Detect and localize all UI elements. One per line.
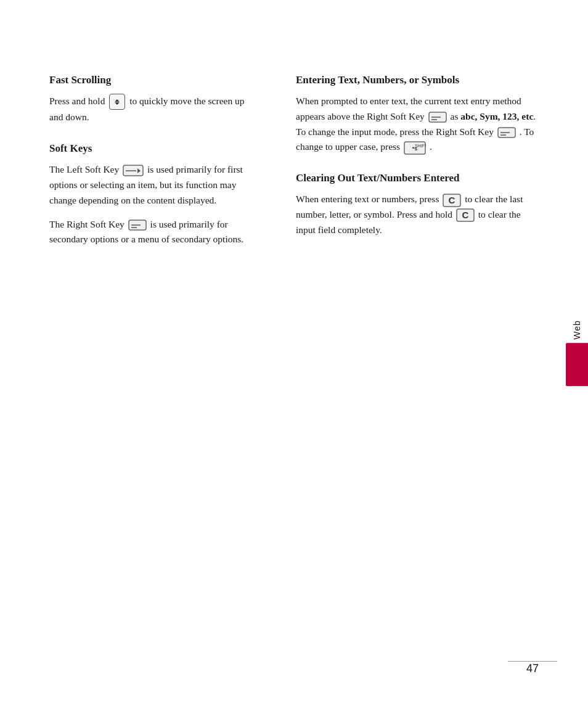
right-softkey-icon <box>128 220 147 231</box>
fast-scrolling-title: Fast Scrolling <box>49 74 259 86</box>
left-column: Fast Scrolling Press and hold to quickly… <box>49 74 259 265</box>
soft-keys-section: Soft Keys The Left Soft Key is used prim… <box>49 142 259 247</box>
side-tab-label: Web <box>572 320 582 340</box>
clearing-text-body: When entering text or numbers, press C t… <box>296 192 539 237</box>
svg-text:SHIFT: SHIFT <box>415 144 426 148</box>
fast-scrolling-body: Press and hold to quickly move the scree… <box>49 94 259 125</box>
left-softkey-icon <box>123 165 144 177</box>
entering-text-section: Entering Text, Numbers, or Symbols When … <box>296 74 539 155</box>
svg-text:C: C <box>462 210 469 220</box>
side-tab-bar <box>566 343 588 386</box>
entering-text-body: When prompted to enter text, the current… <box>296 94 539 155</box>
page-container: Fast Scrolling Press and hold to quickly… <box>0 0 588 706</box>
arrow-up-icon <box>115 99 120 102</box>
right-softkey-icon-2 <box>428 112 447 123</box>
fast-scrolling-text: Press and hold to quickly move the scree… <box>49 94 259 125</box>
clearing-text-title: Clearing Out Text/Numbers Entered <box>296 172 539 184</box>
soft-keys-title: Soft Keys <box>49 142 259 155</box>
entering-text-title: Entering Text, Numbers, or Symbols <box>296 74 539 86</box>
entering-text-paragraph: When prompted to enter text, the current… <box>296 94 539 155</box>
clearing-text-section: Clearing Out Text/Numbers Entered When e… <box>296 172 539 237</box>
left-softkey-text: The Left Soft Key is used primarily for … <box>49 162 259 208</box>
soft-keys-body: The Left Soft Key is used primarily for … <box>49 162 259 247</box>
clearing-text-paragraph: When entering text or numbers, press C t… <box>296 192 539 237</box>
clear-icon-1: C <box>443 194 461 207</box>
nav-icon <box>109 94 125 110</box>
page-number: 47 <box>526 662 539 675</box>
page-divider <box>508 661 557 662</box>
shift-icon: *s SHIFT <box>404 141 426 155</box>
entry-modes-bold: abc, Sym, 123, etc <box>460 111 533 121</box>
two-column-layout: Fast Scrolling Press and hold to quickly… <box>49 74 539 265</box>
right-softkey-icon-3 <box>497 127 516 138</box>
clear-icon-2: C <box>456 208 475 222</box>
svg-text:C: C <box>449 195 455 205</box>
right-column: Entering Text, Numbers, or Symbols When … <box>296 74 539 265</box>
side-tab: Web <box>566 320 588 387</box>
fast-scrolling-section: Fast Scrolling Press and hold to quickly… <box>49 74 259 125</box>
right-softkey-text: The Right Soft Key is used primarily for… <box>49 217 259 248</box>
arrow-down-icon <box>115 102 120 105</box>
